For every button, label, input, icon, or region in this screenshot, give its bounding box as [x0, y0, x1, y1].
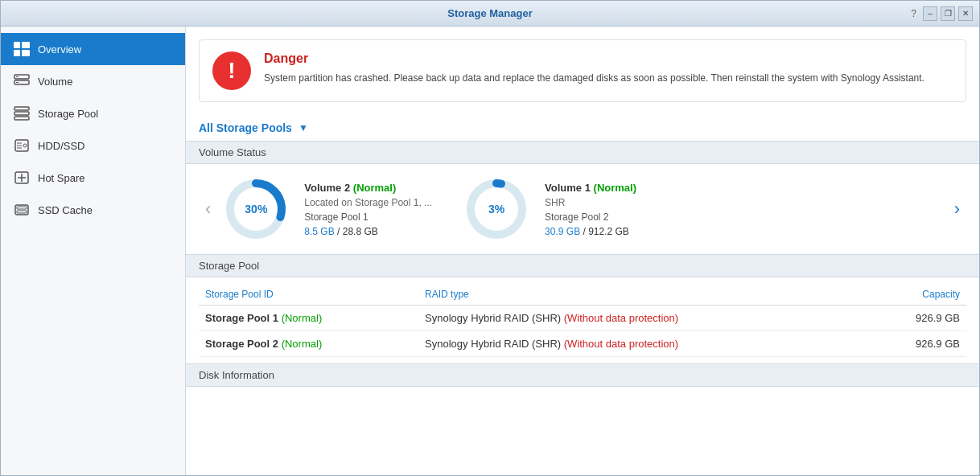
danger-alert: ! Danger System partition has crashed. P…: [199, 39, 966, 102]
pool-2-raid-cell: Synology Hybrid RAID (SHR) (Without data…: [418, 331, 870, 357]
volume-2-pool: Storage Pool 1: [304, 211, 432, 223]
storage-pool-section-label: Storage Pool: [186, 254, 979, 277]
volume-1-info: Volume 1 (Normal) SHR Storage Pool 2 30.…: [545, 182, 636, 237]
volume-next-btn[interactable]: ›: [948, 200, 966, 218]
volume-1-used: 30.9 GB: [545, 226, 580, 237]
svg-rect-3: [22, 50, 30, 56]
pool-2-capacity-cell: 926.9 GB: [870, 331, 966, 357]
pool-2-raid-warning: (Without data protection): [564, 338, 678, 350]
volume-1-name: Volume 1 (Normal): [545, 182, 636, 194]
col-header-capacity[interactable]: Capacity: [870, 284, 966, 306]
pool-1-status: (Normal): [282, 312, 323, 324]
minimize-btn[interactable]: –: [923, 6, 937, 21]
all-storage-pools-link[interactable]: All Storage Pools: [199, 121, 292, 134]
svg-rect-1: [22, 42, 30, 48]
pool-1-raid-cell: Synology Hybrid RAID (SHR) (Without data…: [418, 306, 870, 331]
storage-pools-header: All Storage Pools ▼: [186, 115, 979, 141]
volume-2-percent-label: 30%: [245, 203, 267, 215]
col-header-id[interactable]: Storage Pool ID: [199, 284, 418, 306]
disk-information-section-label: Disk Information: [186, 363, 979, 387]
window-controls: ? – ❐ ✕: [911, 6, 973, 21]
ssd-cache-icon: [14, 202, 30, 218]
svg-rect-9: [14, 112, 29, 115]
volume-2-size: 8.5 GB / 28.8 GB: [304, 226, 432, 237]
hot-spare-icon: [14, 170, 30, 186]
sidebar-item-overview[interactable]: Overview: [1, 33, 185, 65]
volume-item-2: 30% Volume 2 (Normal) Located on Storage…: [224, 177, 432, 241]
exclamation-icon: !: [228, 60, 235, 82]
svg-point-12: [23, 144, 27, 147]
pool-2-name-cell: Storage Pool 2 (Normal): [199, 331, 418, 357]
sidebar-item-hdd-ssd[interactable]: HDD/SSD: [1, 129, 185, 162]
alert-message: System partition has crashed. Please bac…: [264, 71, 924, 85]
pool-2-status: (Normal): [282, 338, 323, 350]
svg-rect-8: [14, 107, 29, 110]
volume-2-status: (Normal): [353, 182, 396, 194]
sidebar-volume-label: Volume: [38, 76, 72, 88]
volume-1-location: SHR: [545, 197, 636, 208]
volume-2-info: Volume 2 (Normal) Located on Storage Poo…: [304, 182, 432, 237]
sidebar-item-ssd-cache[interactable]: SSD Cache: [1, 194, 185, 226]
dropdown-arrow-icon[interactable]: ▼: [299, 122, 308, 133]
table-row: Storage Pool 2 (Normal) Synology Hybrid …: [199, 331, 966, 357]
volume-1-status: (Normal): [594, 182, 636, 194]
svg-rect-0: [14, 42, 20, 48]
main-content: Overview Volume: [1, 27, 979, 475]
volume-status-area: ‹ 30%: [186, 164, 979, 254]
sidebar-item-storage-pool[interactable]: Storage Pool: [1, 97, 185, 129]
alert-title: Danger: [264, 51, 924, 66]
sidebar-overview-label: Overview: [38, 43, 81, 55]
pool-2-raid: Synology Hybrid RAID (SHR): [425, 338, 561, 350]
storage-pool-table: Storage Pool ID RAID type Capacity Stora…: [199, 284, 966, 357]
pool-1-raid-warning: (Without data protection): [564, 312, 678, 324]
volume-2-name: Volume 2 (Normal): [304, 182, 432, 194]
volume-1-size: 30.9 GB / 912.2 GB: [545, 226, 636, 237]
col-header-raid[interactable]: RAID type: [418, 284, 870, 306]
sidebar-hot-spare-label: Hot Spare: [38, 172, 85, 184]
svg-rect-7: [16, 82, 19, 83]
help-btn[interactable]: ?: [911, 8, 916, 19]
volumes-container: 30% Volume 2 (Normal) Located on Storage…: [217, 177, 947, 241]
svg-rect-20: [17, 207, 27, 209]
volume-1-pool: Storage Pool 2: [545, 211, 636, 223]
panel-scroll-area[interactable]: ! Danger System partition has crashed. P…: [186, 27, 979, 475]
window-title: Storage Manager: [447, 7, 532, 19]
volume-item-1: 3% Volume 1 (Normal) SHR Storage Pool 2: [464, 177, 636, 241]
restore-btn[interactable]: ❐: [941, 6, 955, 21]
sidebar-item-volume[interactable]: Volume: [1, 65, 185, 97]
volume-2-total: 28.8 GB: [343, 226, 378, 237]
volume-2-donut: 30%: [224, 177, 288, 241]
volume-1-percent-label: 3%: [488, 203, 504, 215]
volume-2-location: Located on Storage Pool 1, ...: [304, 197, 432, 208]
sidebar-hdd-ssd-label: HDD/SSD: [38, 140, 85, 152]
table-header-row: Storage Pool ID RAID type Capacity: [199, 284, 966, 306]
storage-pool-table-section: Storage Pool ID RAID type Capacity Stora…: [186, 284, 979, 363]
pool-1-raid: Synology Hybrid RAID (SHR): [425, 312, 561, 324]
svg-rect-10: [14, 117, 29, 120]
svg-rect-21: [17, 211, 27, 213]
table-row: Storage Pool 1 (Normal) Synology Hybrid …: [199, 306, 966, 331]
storage-pool-icon: [14, 105, 30, 121]
sidebar-item-hot-spare[interactable]: Hot Spare: [1, 162, 185, 194]
pool-1-capacity-cell: 926.9 GB: [870, 306, 966, 331]
overview-icon: [14, 41, 30, 57]
volume-status-section-label: Volume Status: [186, 141, 979, 164]
volume-prev-btn[interactable]: ‹: [199, 200, 217, 218]
pool-2-name: Storage Pool 2: [205, 338, 278, 350]
sidebar-storage-pool-label: Storage Pool: [38, 108, 98, 120]
hdd-icon: [14, 137, 30, 154]
app-window: Storage Manager ? – ❐ ✕ Overview: [0, 0, 980, 476]
titlebar: Storage Manager ? – ❐ ✕: [1, 1, 979, 27]
volume-1-donut: 3%: [464, 177, 529, 241]
pool-1-name-cell: Storage Pool 1 (Normal): [199, 306, 418, 331]
sidebar-ssd-cache-label: SSD Cache: [38, 204, 93, 216]
alert-text-content: Danger System partition has crashed. Ple…: [264, 51, 924, 85]
volume-icon: [14, 73, 30, 89]
pool-1-name: Storage Pool 1: [205, 312, 278, 324]
danger-icon: !: [212, 51, 251, 90]
close-btn[interactable]: ✕: [958, 6, 973, 21]
volume-1-total: 912.2 GB: [588, 226, 629, 237]
svg-rect-2: [14, 50, 20, 56]
svg-rect-6: [16, 76, 19, 77]
sidebar: Overview Volume: [1, 27, 186, 475]
